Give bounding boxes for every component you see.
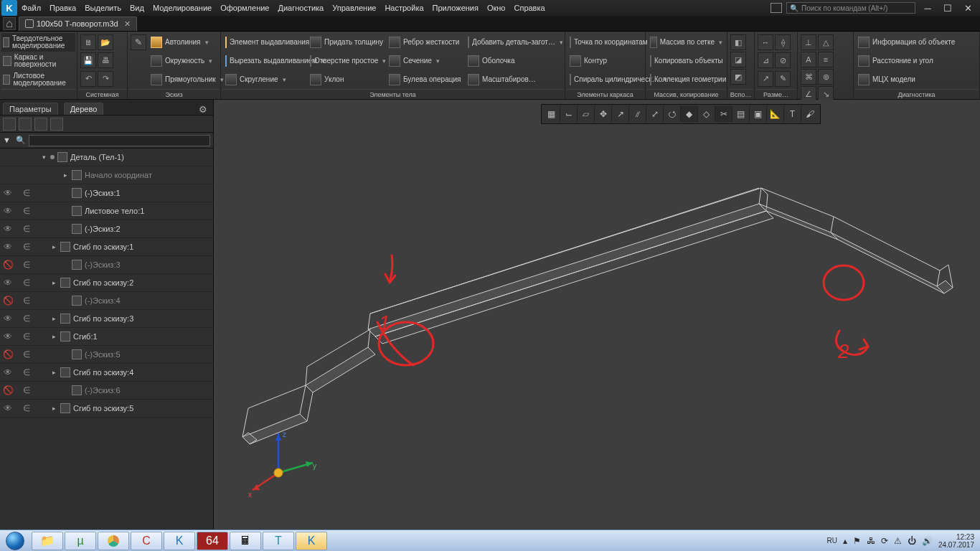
- vis-toggle-icon[interactable]: 👁: [1, 367, 14, 377]
- search-tree-icon[interactable]: 🔍: [16, 136, 26, 145]
- tree-tab[interactable]: Дерево: [64, 103, 104, 115]
- filter-icon[interactable]: ▼: [3, 136, 13, 146]
- task-utorrent[interactable]: µ: [65, 532, 96, 550]
- redo-button[interactable]: ↷: [98, 71, 113, 87]
- expand-icon[interactable]: ▸: [50, 369, 57, 376]
- mode-sheet[interactable]: Листовое моделирование: [1, 70, 75, 89]
- vis-toggle-icon[interactable]: 👁: [1, 331, 14, 342]
- copy-objects-button[interactable]: Копировать объекты: [649, 52, 724, 70]
- tree-row[interactable]: ▸Начало координат: [0, 166, 213, 184]
- shell-button[interactable]: Оболочка: [466, 52, 557, 70]
- task-chrome[interactable]: [98, 532, 129, 550]
- info-button[interactable]: Информация об объекте: [857, 34, 976, 52]
- menu-apps[interactable]: Приложения: [433, 4, 479, 12]
- tree-tool2[interactable]: [19, 118, 32, 131]
- tray-shield-icon[interactable]: ⚠: [894, 536, 902, 546]
- tree-row[interactable]: 👁∈▸Сгиб по эскизу:2: [0, 274, 213, 292]
- minimize-button[interactable]: ─: [920, 1, 936, 14]
- dim-btn6[interactable]: ✎: [775, 71, 791, 87]
- include-toggle-icon[interactable]: ∈: [20, 260, 33, 270]
- rib-button[interactable]: Ребро жесткости: [387, 34, 463, 52]
- task-explorer[interactable]: 📁: [32, 532, 63, 550]
- mcx-button[interactable]: МЦХ модели: [857, 71, 976, 89]
- vis-toggle-icon[interactable]: 👁: [1, 206, 14, 216]
- command-search[interactable]: 🔍 Поиск по командам (Alt+/): [786, 2, 915, 14]
- circle-button[interactable]: Окружность▾: [149, 52, 225, 70]
- ann-btn4[interactable]: ≡: [818, 52, 834, 67]
- tray-network-icon[interactable]: 🖧: [867, 536, 875, 546]
- tray-volume-icon[interactable]: 🔊: [922, 536, 933, 546]
- dim-btn4[interactable]: ⊘: [775, 52, 791, 68]
- mode-solid[interactable]: Твердотельное моделирование: [1, 33, 75, 52]
- draft-button[interactable]: Уклон: [308, 71, 385, 89]
- viewport-3d[interactable]: ▦ ⌙ ▱ ✥ ↗ ⫽ ⤢ ⭯ ◆ ◇ ✂ ▤ ▣ 📐 T 🖌: [214, 100, 980, 529]
- thicken-button[interactable]: Придать толщину: [308, 34, 385, 52]
- menu-edit[interactable]: Правка: [50, 4, 76, 12]
- include-toggle-icon[interactable]: ∈: [20, 403, 33, 413]
- pattern-button[interactable]: Массив по сетке▾: [649, 34, 724, 52]
- undo-button[interactable]: ↶: [80, 71, 96, 87]
- vis-toggle-icon[interactable]: 👁: [1, 314, 14, 324]
- save-button[interactable]: 💾: [80, 52, 96, 68]
- tree-tool1[interactable]: [3, 118, 16, 131]
- menu-modeling[interactable]: Моделирование: [153, 4, 212, 12]
- contour-button[interactable]: Контур: [568, 52, 642, 70]
- task-kompas[interactable]: K: [164, 532, 195, 550]
- hole-button[interactable]: Отверстие простое▾: [308, 52, 385, 70]
- include-toggle-icon[interactable]: ∈: [20, 349, 33, 359]
- ann-btn6[interactable]: ⊚: [818, 69, 834, 85]
- tray-sync-icon[interactable]: ⟳: [881, 536, 888, 546]
- tray-battery-icon[interactable]: ⏻: [908, 536, 916, 546]
- model-canvas[interactable]: 1 2 z y x: [214, 100, 980, 529]
- menu-settings[interactable]: Настройка: [385, 4, 423, 12]
- cut-extrude-button[interactable]: Вырезать выдавливанием▾: [224, 52, 306, 70]
- menu-manage[interactable]: Управление: [332, 4, 376, 12]
- menu-view[interactable]: Вид: [130, 4, 144, 12]
- tree-row[interactable]: 👁∈▸Сгиб по эскизу:1: [0, 238, 213, 256]
- ann-btn3[interactable]: A: [801, 52, 816, 67]
- new-button[interactable]: 🗎: [80, 34, 96, 50]
- include-toggle-icon[interactable]: ∈: [20, 242, 33, 252]
- include-toggle-icon[interactable]: ∈: [20, 206, 33, 216]
- tree-row[interactable]: 👁∈▸Сгиб по эскизу:4: [0, 364, 213, 382]
- spiral-button[interactable]: Спираль цилиндрическ…▾: [568, 71, 642, 89]
- tray-flag-icon[interactable]: ⚑: [853, 536, 861, 546]
- vis-toggle-icon[interactable]: 🚫: [1, 296, 14, 306]
- add-part-button[interactable]: Добавить деталь-загот…▾: [466, 34, 557, 52]
- tray-clock[interactable]: 12:23 24.07.2017: [938, 533, 974, 549]
- home-tab-icon[interactable]: ⌂: [3, 17, 16, 30]
- boolean-button[interactable]: Булева операция: [387, 71, 463, 89]
- layout-icon[interactable]: [771, 3, 782, 13]
- include-toggle-icon[interactable]: ∈: [20, 224, 33, 234]
- menu-diag[interactable]: Диагностика: [278, 4, 324, 12]
- vis-toggle-icon[interactable]: 👁: [1, 242, 14, 252]
- point-button[interactable]: Точка по координатам▾: [568, 34, 642, 52]
- open-button[interactable]: 📂: [98, 34, 113, 50]
- expand-icon[interactable]: ▸: [50, 315, 57, 322]
- vis-toggle-icon[interactable]: 🚫: [1, 349, 14, 359]
- dim-btn2[interactable]: ⟠: [775, 34, 791, 50]
- tree-root[interactable]: ▾ Деталь (Тел-1): [0, 149, 213, 166]
- expand-icon[interactable]: ▸: [50, 243, 57, 250]
- dim-btn3[interactable]: ⊿: [758, 52, 773, 68]
- tree-row[interactable]: 🚫∈(-)Эскиз:3: [0, 256, 213, 274]
- dim-btn1[interactable]: ↔: [758, 34, 773, 50]
- tree-row[interactable]: 👁∈Листовое тело:1: [0, 202, 213, 220]
- maximize-button[interactable]: ☐: [940, 1, 956, 14]
- menu-file[interactable]: Файл: [22, 4, 41, 12]
- tree-row[interactable]: 👁∈▸Сгиб по эскизу:3: [0, 310, 213, 328]
- tree-search-input[interactable]: [29, 135, 210, 146]
- vis-toggle-icon[interactable]: 👁: [1, 224, 14, 234]
- include-toggle-icon[interactable]: ∈: [20, 385, 33, 395]
- start-button[interactable]: [0, 530, 30, 552]
- geom-collection-button[interactable]: Коллекция геометрии: [649, 71, 724, 89]
- rectangle-button[interactable]: Прямоугольник▾: [149, 71, 225, 89]
- aux-btn1[interactable]: ◧: [730, 34, 746, 50]
- expand-icon[interactable]: ▸: [50, 333, 57, 340]
- include-toggle-icon[interactable]: ∈: [20, 296, 33, 306]
- document-tab[interactable]: 100x50 Т-поворот.m3d ✕: [19, 17, 137, 31]
- menu-select[interactable]: Выделить: [85, 4, 121, 12]
- ann-btn5[interactable]: ⌘: [801, 69, 816, 85]
- include-toggle-icon[interactable]: ∈: [20, 314, 33, 324]
- model-tree[interactable]: ▾ Деталь (Тел-1) ▸Начало координат👁∈(-)Э…: [0, 149, 213, 529]
